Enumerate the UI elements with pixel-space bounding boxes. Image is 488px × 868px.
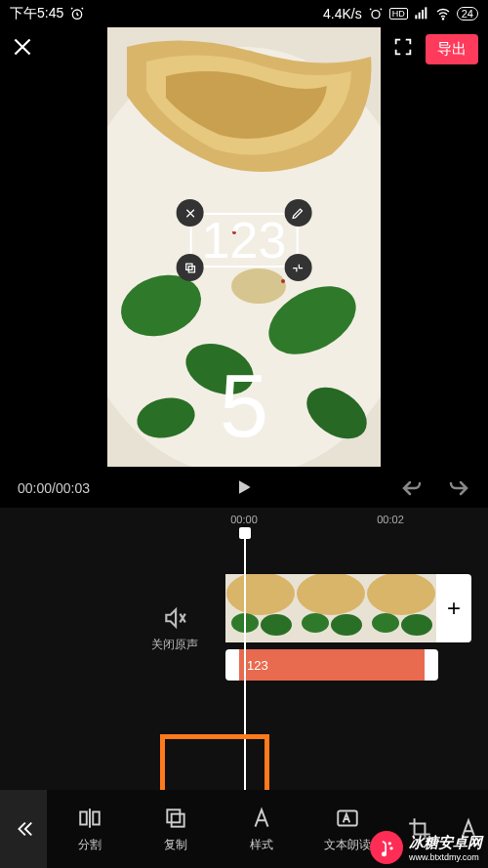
svg-point-23 xyxy=(261,614,292,636)
split-icon xyxy=(77,806,102,831)
hd-icon: HD xyxy=(389,8,408,20)
redo-button[interactable] xyxy=(447,475,470,502)
alarm-icon-2 xyxy=(368,6,384,21)
time-display: 00:00/00:03 xyxy=(18,480,90,496)
signal-icon xyxy=(414,6,429,21)
fullscreen-button[interactable] xyxy=(392,36,414,62)
video-clip-thumb[interactable] xyxy=(366,574,436,642)
svg-rect-5 xyxy=(425,7,427,19)
countdown-number: 5 xyxy=(220,356,268,457)
svg-point-26 xyxy=(302,613,329,633)
add-clip-button[interactable]: + xyxy=(436,574,471,642)
timeline[interactable]: 00:00 00:02 关闭原声 + 123 xyxy=(0,508,488,790)
mute-original-button[interactable]: 关闭原声 xyxy=(151,605,198,653)
tts-icon xyxy=(335,806,360,831)
style-button[interactable]: 样式 xyxy=(219,806,305,853)
tts-button[interactable]: 文本朗读 xyxy=(305,806,390,853)
svg-rect-33 xyxy=(93,811,100,824)
crop-icon xyxy=(407,816,432,842)
status-time: 下午5:45 xyxy=(10,5,63,22)
svg-point-30 xyxy=(372,613,399,633)
status-bar: 下午5:45 4.4K/s HD 24 xyxy=(0,0,488,27)
battery-icon: 24 xyxy=(457,7,478,21)
text-overlay-editor[interactable]: 123 xyxy=(190,213,299,268)
split-button[interactable]: 分割 xyxy=(47,806,133,853)
text-track-clip[interactable]: 123 xyxy=(225,649,438,681)
undo-button[interactable] xyxy=(400,475,424,502)
svg-point-29 xyxy=(367,574,435,615)
clip-right-handle[interactable] xyxy=(425,649,438,681)
copy-button[interactable]: 复制 xyxy=(133,806,219,853)
status-speed: 4.4K/s xyxy=(323,6,362,21)
video-clip-thumb[interactable] xyxy=(225,574,296,642)
svg-point-14 xyxy=(231,269,286,304)
alarm-icon xyxy=(69,6,85,21)
text-edit-handle[interactable] xyxy=(284,199,311,227)
style-icon xyxy=(249,806,274,831)
font-icon xyxy=(456,816,481,842)
text-overlay-content: 123 xyxy=(202,212,287,269)
more-tool-2[interactable] xyxy=(449,806,488,853)
video-track[interactable]: + xyxy=(225,574,471,642)
svg-point-21 xyxy=(226,574,295,615)
bottom-toolbar: 分割 复制 样式 文本朗读 xyxy=(0,790,488,868)
video-clip-thumb[interactable] xyxy=(296,574,366,642)
svg-rect-2 xyxy=(415,15,417,19)
text-delete-handle[interactable] xyxy=(177,199,204,227)
export-button[interactable]: 导出 xyxy=(426,34,478,64)
play-button[interactable] xyxy=(234,477,254,500)
copy-icon xyxy=(163,806,188,831)
svg-rect-35 xyxy=(167,809,180,822)
playback-controls: 00:00/00:03 xyxy=(0,469,488,508)
text-scale-handle[interactable] xyxy=(284,254,311,281)
text-clip-label: 123 xyxy=(247,658,268,673)
text-copy-handle[interactable] xyxy=(177,254,204,281)
svg-rect-4 xyxy=(422,10,424,19)
video-preview[interactable]: 123 5 xyxy=(107,27,381,467)
clip-left-handle[interactable] xyxy=(225,649,239,681)
svg-rect-3 xyxy=(418,13,420,20)
svg-rect-36 xyxy=(172,813,184,826)
svg-point-6 xyxy=(442,19,443,20)
svg-rect-32 xyxy=(80,811,87,824)
more-tool-1[interactable] xyxy=(390,806,449,853)
wifi-icon xyxy=(435,6,451,21)
svg-point-16 xyxy=(281,279,285,283)
svg-point-1 xyxy=(372,11,380,19)
svg-point-25 xyxy=(297,574,365,615)
svg-point-27 xyxy=(331,614,362,636)
toolbar-back-button[interactable] xyxy=(0,790,47,868)
svg-point-31 xyxy=(401,614,432,636)
close-button[interactable] xyxy=(10,34,35,63)
